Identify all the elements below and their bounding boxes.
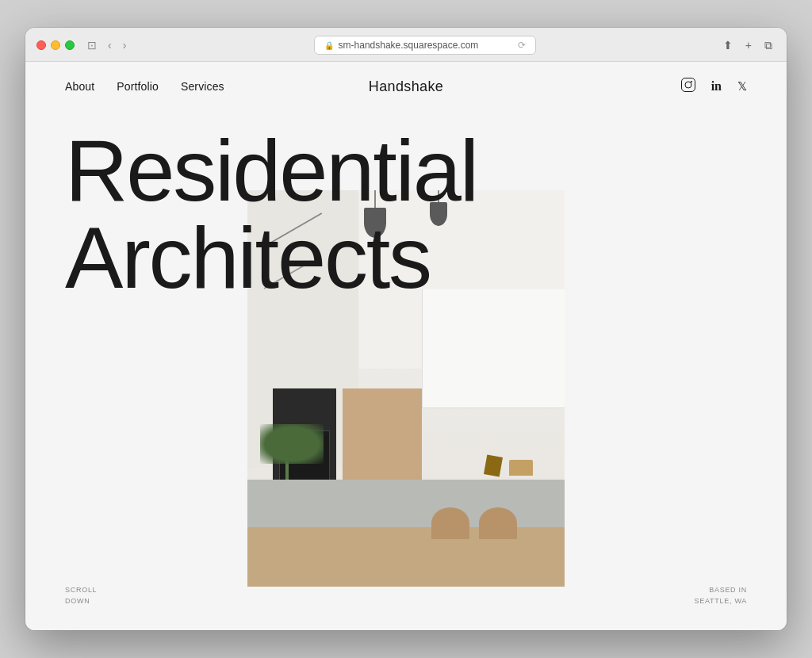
minimize-button[interactable] [51, 40, 60, 50]
address-bar[interactable]: 🔒 sm-handshake.squarespace.com ⟳ [314, 36, 536, 55]
browser-chrome: ⊡ ‹ › 🔒 sm-handshake.squarespace.com ⟳ ⬆… [25, 28, 787, 62]
nav-left: About Portfolio Services [65, 80, 224, 93]
nav-portfolio[interactable]: Portfolio [117, 80, 159, 93]
nav-services[interactable]: Services [181, 80, 224, 93]
sidebar-toggle-button[interactable]: ⊡ [84, 37, 100, 53]
back-button[interactable]: ‹ [105, 37, 115, 53]
hero-heading-container: Residential Architects [25, 127, 787, 301]
location-line1: BASED IN [695, 585, 747, 596]
stool-2 [479, 507, 517, 539]
instagram-icon[interactable] [681, 78, 695, 95]
new-tab-button[interactable]: + [742, 37, 755, 53]
floor [247, 527, 565, 587]
location-indicator: BASED IN SEATTLE, WA [695, 585, 747, 606]
maximize-button[interactable] [65, 40, 75, 50]
traffic-lights [36, 40, 75, 50]
forward-button[interactable]: › [120, 37, 130, 53]
lock-icon: 🔒 [324, 41, 334, 50]
nav-about[interactable]: About [65, 80, 94, 93]
close-button[interactable] [36, 40, 46, 50]
address-bar-container: 🔒 sm-handshake.squarespace.com ⟳ [139, 36, 710, 55]
counter [247, 480, 565, 527]
hero-heading-line1: Residential [65, 121, 477, 219]
hero-heading: Residential Architects [65, 127, 747, 301]
plant-leaves [260, 424, 324, 464]
website-content: About Portfolio Services Handshake in 𝕏 … [25, 62, 787, 630]
url-text: sm-handshake.squarespace.com [339, 40, 479, 51]
location-line2: SEATTLE, WA [695, 596, 747, 607]
hero-heading-line2: Architects [65, 208, 431, 306]
scroll-line1: SCROLL [65, 585, 97, 596]
plant-container [260, 424, 324, 480]
site-nav: About Portfolio Services Handshake in 𝕏 [25, 62, 787, 111]
basket [509, 460, 533, 476]
twitter-icon[interactable]: 𝕏 [737, 79, 747, 94]
tabs-button[interactable]: ⧉ [761, 37, 776, 54]
upper-cabinet [422, 289, 565, 408]
linkedin-icon[interactable]: in [711, 79, 722, 94]
browser-window: ⊡ ‹ › 🔒 sm-handshake.squarespace.com ⟳ ⬆… [25, 28, 787, 630]
browser-actions: ⬆ + ⧉ [720, 37, 776, 54]
cutting-board [484, 454, 503, 476]
stool-1 [431, 507, 469, 539]
nav-social: in 𝕏 [681, 78, 747, 95]
browser-controls: ⊡ ‹ › [84, 37, 129, 53]
scroll-line2: DOWN [65, 596, 97, 607]
scroll-indicator: SCROLL DOWN [65, 585, 97, 606]
share-button[interactable]: ⬆ [720, 37, 736, 53]
reload-icon[interactable]: ⟳ [518, 40, 526, 51]
site-brand[interactable]: Handshake [369, 78, 443, 95]
hero-section: Residential Architects [25, 111, 787, 630]
